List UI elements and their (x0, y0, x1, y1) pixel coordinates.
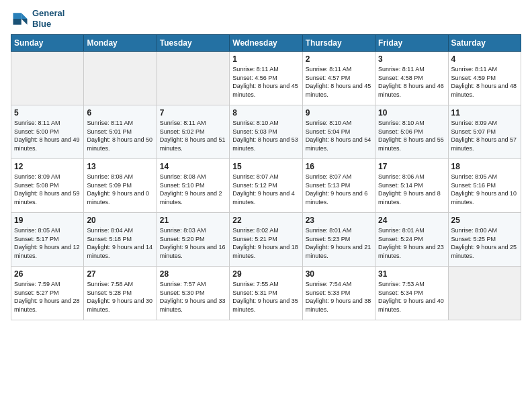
calendar-cell (448, 267, 521, 320)
day-info: Sunrise: 8:10 AMSunset: 5:06 PMDaylight:… (378, 119, 445, 152)
day-number: 10 (378, 108, 445, 118)
calendar-cell: 18 Sunrise: 8:05 AMSunset: 5:16 PMDaylig… (448, 159, 521, 213)
calendar-cell: 30 Sunrise: 7:54 AMSunset: 5:33 PMDaylig… (302, 267, 375, 320)
day-number: 8 (232, 108, 299, 118)
day-number: 14 (160, 162, 226, 171)
day-info: Sunrise: 8:07 AMSunset: 5:12 PMDaylight:… (232, 173, 299, 206)
calendar-cell (84, 52, 157, 105)
calendar-cell: 26 Sunrise: 7:59 AMSunset: 5:27 PMDaylig… (11, 267, 84, 320)
day-info: Sunrise: 8:11 AMSunset: 5:02 PMDaylight:… (160, 119, 226, 152)
calendar-header: SundayMondayTuesdayWednesdayThursdayFrid… (11, 35, 521, 52)
weekday-header-saturday: Saturday (448, 35, 521, 52)
day-info: Sunrise: 8:08 AMSunset: 5:09 PMDaylight:… (87, 173, 153, 206)
calendar-cell: 8 Sunrise: 8:10 AMSunset: 5:03 PMDayligh… (230, 105, 302, 159)
calendar-cell: 31 Sunrise: 7:53 AMSunset: 5:34 PMDaylig… (375, 267, 448, 320)
calendar-week-row: 19 Sunrise: 8:05 AMSunset: 5:17 PMDaylig… (11, 213, 521, 267)
day-info: Sunrise: 8:08 AMSunset: 5:10 PMDaylight:… (160, 173, 226, 206)
day-number: 25 (451, 216, 518, 225)
calendar-cell: 27 Sunrise: 7:58 AMSunset: 5:28 PMDaylig… (84, 267, 157, 320)
calendar-cell: 15 Sunrise: 8:07 AMSunset: 5:12 PMDaylig… (230, 159, 302, 213)
day-number: 3 (378, 54, 445, 64)
svg-rect-3 (13, 19, 21, 25)
day-info: Sunrise: 7:54 AMSunset: 5:33 PMDaylight:… (306, 280, 372, 314)
day-number: 26 (14, 269, 81, 279)
day-info: Sunrise: 8:06 AMSunset: 5:14 PMDaylight:… (378, 173, 445, 206)
day-number: 4 (451, 54, 518, 64)
calendar-cell: 23 Sunrise: 8:01 AMSunset: 5:23 PMDaylig… (302, 213, 375, 267)
calendar-cell: 1 Sunrise: 8:11 AMSunset: 4:56 PMDayligh… (230, 52, 302, 105)
day-info: Sunrise: 8:10 AMSunset: 5:03 PMDaylight:… (232, 119, 299, 152)
calendar-week-row: 5 Sunrise: 8:11 AMSunset: 5:00 PMDayligh… (11, 105, 521, 159)
weekday-header-sunday: Sunday (11, 35, 84, 52)
weekday-header-monday: Monday (84, 35, 157, 52)
logo: General Blue (11, 8, 64, 29)
day-number: 12 (14, 162, 81, 171)
day-info: Sunrise: 8:02 AMSunset: 5:21 PMDaylight:… (232, 226, 299, 260)
calendar-table: SundayMondayTuesdayWednesdayThursdayFrid… (11, 34, 521, 320)
day-number: 31 (378, 269, 445, 279)
logo-text: General Blue (32, 8, 64, 29)
day-info: Sunrise: 8:03 AMSunset: 5:20 PMDaylight:… (160, 226, 226, 260)
day-number: 27 (87, 269, 153, 279)
calendar-cell: 29 Sunrise: 7:55 AMSunset: 5:31 PMDaylig… (230, 267, 302, 320)
calendar-cell: 17 Sunrise: 8:06 AMSunset: 5:14 PMDaylig… (375, 159, 448, 213)
calendar-cell: 28 Sunrise: 7:57 AMSunset: 5:30 PMDaylig… (157, 267, 229, 320)
day-info: Sunrise: 8:04 AMSunset: 5:18 PMDaylight:… (87, 226, 153, 260)
day-number: 29 (232, 269, 299, 279)
weekday-header-friday: Friday (375, 35, 448, 52)
calendar-cell (11, 52, 84, 105)
logo-icon (11, 9, 30, 28)
day-info: Sunrise: 8:09 AMSunset: 5:07 PMDaylight:… (451, 119, 518, 152)
svg-marker-1 (21, 19, 28, 25)
calendar-cell: 10 Sunrise: 8:10 AMSunset: 5:06 PMDaylig… (375, 105, 448, 159)
day-number: 22 (232, 216, 299, 225)
weekday-header-wednesday: Wednesday (230, 35, 302, 52)
calendar-cell: 7 Sunrise: 8:11 AMSunset: 5:02 PMDayligh… (157, 105, 229, 159)
calendar-cell: 5 Sunrise: 8:11 AMSunset: 5:00 PMDayligh… (11, 105, 84, 159)
day-info: Sunrise: 8:11 AMSunset: 4:56 PMDaylight:… (232, 65, 299, 99)
calendar-cell: 24 Sunrise: 8:01 AMSunset: 5:24 PMDaylig… (375, 213, 448, 267)
day-info: Sunrise: 8:10 AMSunset: 5:04 PMDaylight:… (306, 119, 372, 152)
day-info: Sunrise: 8:09 AMSunset: 5:08 PMDaylight:… (14, 173, 81, 206)
calendar-week-row: 12 Sunrise: 8:09 AMSunset: 5:08 PMDaylig… (11, 159, 521, 213)
header-row: General Blue (11, 8, 521, 29)
day-info: Sunrise: 8:11 AMSunset: 5:00 PMDaylight:… (14, 119, 81, 152)
day-number: 19 (14, 216, 81, 225)
calendar-cell: 2 Sunrise: 8:11 AMSunset: 4:57 PMDayligh… (302, 52, 375, 105)
day-number: 18 (451, 162, 518, 171)
calendar-cell: 22 Sunrise: 8:02 AMSunset: 5:21 PMDaylig… (230, 213, 302, 267)
day-info: Sunrise: 8:11 AMSunset: 4:59 PMDaylight:… (451, 65, 518, 99)
day-number: 17 (378, 162, 445, 171)
calendar-week-row: 1 Sunrise: 8:11 AMSunset: 4:56 PMDayligh… (11, 52, 521, 105)
day-info: Sunrise: 8:00 AMSunset: 5:25 PMDaylight:… (451, 226, 518, 260)
day-number: 9 (306, 108, 372, 118)
weekday-header-thursday: Thursday (302, 35, 375, 52)
calendar-cell: 14 Sunrise: 8:08 AMSunset: 5:10 PMDaylig… (157, 159, 229, 213)
day-number: 11 (451, 108, 518, 118)
day-number: 20 (87, 216, 153, 225)
day-info: Sunrise: 7:53 AMSunset: 5:34 PMDaylight:… (378, 280, 445, 314)
day-info: Sunrise: 7:59 AMSunset: 5:27 PMDaylight:… (14, 280, 81, 314)
calendar-cell: 13 Sunrise: 8:08 AMSunset: 5:09 PMDaylig… (84, 159, 157, 213)
day-info: Sunrise: 8:05 AMSunset: 5:17 PMDaylight:… (14, 226, 81, 260)
day-info: Sunrise: 8:01 AMSunset: 5:24 PMDaylight:… (378, 226, 445, 260)
day-info: Sunrise: 8:11 AMSunset: 5:01 PMDaylight:… (87, 119, 153, 152)
day-number: 5 (14, 108, 81, 118)
day-info: Sunrise: 7:55 AMSunset: 5:31 PMDaylight:… (232, 280, 299, 314)
day-number: 30 (306, 269, 372, 279)
day-info: Sunrise: 8:05 AMSunset: 5:16 PMDaylight:… (451, 173, 518, 206)
day-number: 16 (306, 162, 372, 171)
day-number: 13 (87, 162, 153, 171)
calendar-cell: 12 Sunrise: 8:09 AMSunset: 5:08 PMDaylig… (11, 159, 84, 213)
day-number: 28 (160, 269, 226, 279)
calendar-cell: 16 Sunrise: 8:07 AMSunset: 5:13 PMDaylig… (302, 159, 375, 213)
calendar-week-row: 26 Sunrise: 7:59 AMSunset: 5:27 PMDaylig… (11, 267, 521, 320)
calendar-cell (157, 52, 229, 105)
day-number: 6 (87, 108, 153, 118)
day-number: 24 (378, 216, 445, 225)
calendar-cell: 6 Sunrise: 8:11 AMSunset: 5:01 PMDayligh… (84, 105, 157, 159)
calendar-cell: 20 Sunrise: 8:04 AMSunset: 5:18 PMDaylig… (84, 213, 157, 267)
day-info: Sunrise: 7:57 AMSunset: 5:30 PMDaylight:… (160, 280, 226, 314)
day-number: 2 (306, 54, 372, 64)
calendar-container: General Blue SundayMondayTuesdayWednesda… (0, 0, 532, 326)
